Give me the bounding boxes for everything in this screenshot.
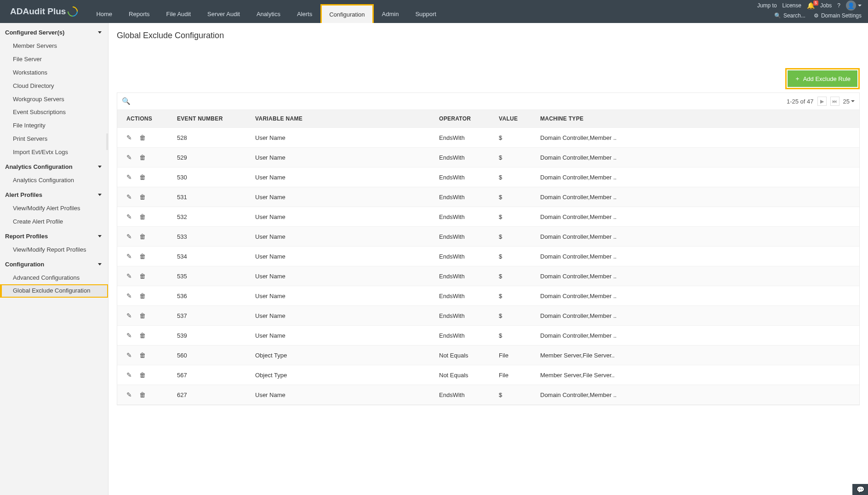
delete-icon[interactable]: 🗑 [139,253,146,260]
user-menu[interactable]: 👤 [846,0,862,11]
help-link[interactable]: ? [837,2,840,9]
col-operator[interactable]: OPERATOR [434,110,494,128]
table-row: ✎🗑532User NameEndsWith$Domain Controller… [117,207,859,227]
table-row: ✎🗑533User NameEndsWith$Domain Controller… [117,227,859,247]
chevron-down-icon [98,194,102,196]
cell-operator: Not Equals [434,345,494,365]
edit-icon[interactable]: ✎ [126,233,132,240]
nav-support[interactable]: Support [407,4,445,23]
sidebar-group-report-profiles[interactable]: Report Profiles [0,229,108,243]
nav-home[interactable]: Home [88,4,120,23]
edit-icon[interactable]: ✎ [126,292,132,299]
nav-alerts[interactable]: Alerts [289,4,320,23]
table-row: ✎🗑528User NameEndsWith$Domain Controller… [117,128,859,148]
domain-settings-link[interactable]: ⚙Domain Settings [814,12,862,19]
edit-icon[interactable]: ✎ [126,193,132,201]
delete-icon[interactable]: 🗑 [139,154,146,161]
pager-last-button[interactable]: ⏭ [830,97,839,106]
bell-icon[interactable]: 🔔5 [807,2,815,9]
jump-to-link[interactable]: Jump to [757,2,777,9]
cell-machine-type: Domain Controller,Member .. [536,207,859,227]
top-utility-row: Jump to License 🔔5 Jobs ? 👤 [757,0,868,10]
sidebar-item-advanced-configurations[interactable]: Advanced Configurations [0,271,108,285]
caret-down-icon [851,100,855,102]
cell-variable: Object Type [251,345,434,365]
delete-icon[interactable]: 🗑 [139,193,146,201]
sidebar-item-file-server[interactable]: File Server [0,53,108,66]
sidebar-item-create-alert-profile[interactable]: Create Alert Profile [0,215,108,229]
delete-icon[interactable]: 🗑 [139,351,146,359]
edit-icon[interactable]: ✎ [126,312,132,319]
sidebar-item-event-subscriptions[interactable]: Event Subscriptions [0,106,108,119]
nav-configuration[interactable]: Configuration [320,4,373,23]
pager-next-button[interactable]: ▶ [817,97,827,106]
page-size-dropdown[interactable]: 25 [843,98,855,105]
cell-variable: User Name [251,187,434,207]
sidebar-item-file-integrity[interactable]: File Integrity [0,119,108,132]
cell-machine-type: Domain Controller,Member .. [536,306,859,326]
table-search-icon[interactable]: 🔍 [122,97,131,105]
sidebar-item-member-servers[interactable]: Member Servers [0,40,108,53]
cell-operator: EndsWith [434,128,494,148]
search-link[interactable]: 🔍Search... [774,12,805,19]
sidebar-item-global-exclude-configuration[interactable]: Global Exclude Configuration [0,284,108,298]
sidebar-item-print-servers[interactable]: Print Servers [0,132,108,146]
edit-icon[interactable]: ✎ [126,272,132,280]
sidebar-item-workstations[interactable]: Workstations [0,66,108,80]
logo-swirl-icon [66,4,80,18]
edit-icon[interactable]: ✎ [126,391,132,398]
sidebar-item-view-modify-alert-profiles[interactable]: View/Modify Alert Profiles [0,202,108,215]
col-variable-name[interactable]: VARIABLE NAME [251,110,434,128]
delete-icon[interactable]: 🗑 [139,233,146,240]
table-row: ✎🗑536User NameEndsWith$Domain Controller… [117,286,859,306]
edit-icon[interactable]: ✎ [126,173,132,181]
col-machine-type[interactable]: MACHINE TYPE [536,110,859,128]
avatar-icon: 👤 [846,0,856,11]
add-exclude-rule-button[interactable]: ＋ Add Exclude Rule [788,70,857,87]
license-link[interactable]: License [782,2,801,9]
nav-file-audit[interactable]: File Audit [158,4,199,23]
sidebar-group-alert-profiles[interactable]: Alert Profiles [0,187,108,202]
cell-operator: EndsWith [434,247,494,266]
delete-icon[interactable]: 🗑 [139,134,146,141]
table-row: ✎🗑539User NameEndsWith$Domain Controller… [117,326,859,345]
sidebar-item-cloud-directory[interactable]: Cloud Directory [0,80,108,93]
delete-icon[interactable]: 🗑 [139,312,146,319]
sidebar-group-configured-server-s-[interactable]: Configured Server(s) [0,25,108,40]
cell-variable: User Name [251,167,434,187]
delete-icon[interactable]: 🗑 [139,292,146,299]
delete-icon[interactable]: 🗑 [139,332,146,339]
delete-icon[interactable]: 🗑 [139,213,146,220]
nav-server-audit[interactable]: Server Audit [199,4,248,23]
sidebar-group-analytics-configuration[interactable]: Analytics Configuration [0,159,108,174]
sidebar-group-configuration[interactable]: Configuration [0,257,108,271]
edit-icon[interactable]: ✎ [126,134,132,141]
edit-icon[interactable]: ✎ [126,332,132,339]
sidebar-item-analytics-configuration[interactable]: Analytics Configuration [0,174,108,187]
sidebar-item-view-modify-report-profiles[interactable]: View/Modify Report Profiles [0,243,108,257]
nav-analytics[interactable]: Analytics [248,4,289,23]
delete-icon[interactable]: 🗑 [139,371,146,379]
edit-icon[interactable]: ✎ [126,351,132,359]
edit-icon[interactable]: ✎ [126,154,132,161]
delete-icon[interactable]: 🗑 [139,391,146,398]
chat-icon[interactable]: 💬 [852,484,868,495]
sidebar-item-workgroup-servers[interactable]: Workgroup Servers [0,93,108,106]
nav-reports[interactable]: Reports [120,4,158,23]
sidebar-item-import-evt-evtx-logs[interactable]: Import Evt/Evtx Logs [0,146,108,159]
cell-value: $ [494,148,536,167]
edit-icon[interactable]: ✎ [126,213,132,220]
cell-machine-type: Member Server,File Server.. [536,345,859,365]
delete-icon[interactable]: 🗑 [139,173,146,181]
page-size-value: 25 [843,98,850,105]
table-row: ✎🗑531User NameEndsWith$Domain Controller… [117,187,859,207]
col-event-number[interactable]: EVENT NUMBER [172,110,251,128]
edit-icon[interactable]: ✎ [126,371,132,379]
col-value[interactable]: VALUE [494,110,536,128]
pager-range: 1-25 of 47 [787,98,814,105]
edit-icon[interactable]: ✎ [126,253,132,260]
nav-admin[interactable]: Admin [374,4,407,23]
col-actions[interactable]: ACTIONS [117,110,172,128]
jobs-link[interactable]: Jobs [820,2,832,9]
delete-icon[interactable]: 🗑 [139,272,146,280]
